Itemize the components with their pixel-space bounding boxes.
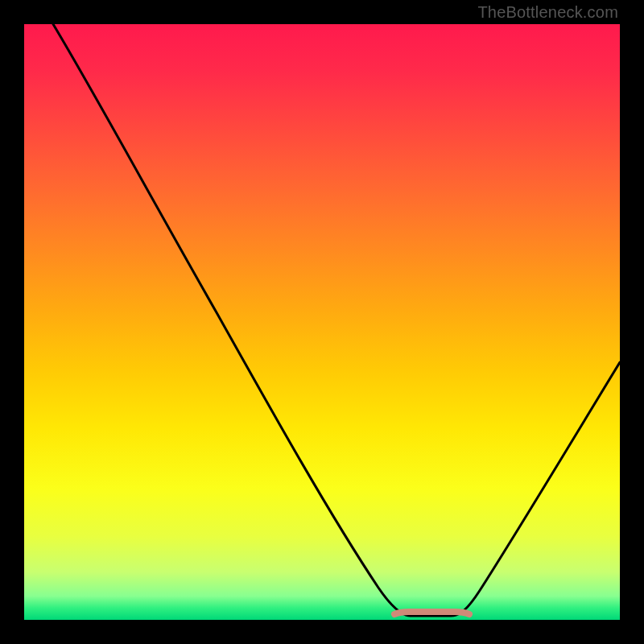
watermark-text: TheBottleneck.com (477, 3, 618, 22)
optimal-zone-marker (394, 612, 469, 614)
chart-container: TheBottleneck.com (0, 0, 644, 644)
plot-area (24, 24, 620, 620)
bottleneck-curve (53, 24, 620, 616)
curve-layer (24, 24, 620, 620)
